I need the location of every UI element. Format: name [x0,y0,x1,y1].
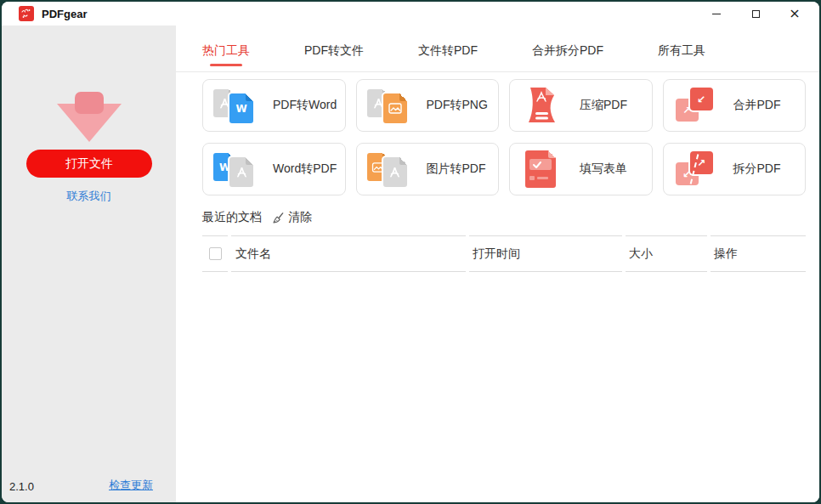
open-file-button[interactable]: 打开文件 [26,150,152,178]
clear-recent-button[interactable]: 清除 [272,210,312,225]
tool-card-merge-pdf[interactable]: ↗ ↙ 合并PDF [663,79,807,132]
column-header-open-time: 打开时间 [469,235,622,272]
tool-card-label: 图片转PDF [427,161,486,177]
recent-docs-title: 最近的文档 [202,210,262,225]
tool-card-pdf-to-png[interactable]: PDF转PNG [356,79,500,132]
tab-all-tools[interactable]: 所有工具 [658,43,705,71]
close-button[interactable]: × [775,2,814,25]
tab-file-to-pdf[interactable]: 文件转PDF [418,43,478,71]
minimize-icon [712,14,721,14]
main-panel: 热门工具 PDF转文件 文件转PDF 合并拆分PDF 所有工具 W [176,25,819,502]
check-update-link[interactable]: 检查更新 [109,478,153,493]
tool-tabs: 热门工具 PDF转文件 文件转PDF 合并拆分PDF 所有工具 [176,25,819,72]
download-arrow-icon [2,92,176,144]
image-to-pdf-icon [367,150,410,189]
minimize-button[interactable] [697,2,736,25]
fill-form-icon [520,150,563,189]
tool-card-word-to-pdf[interactable]: W Word转PDF [202,143,346,195]
tool-card-label: 拆分PDF [733,161,781,177]
pdf-to-word-icon: W [213,86,256,125]
tab-hot-tools[interactable]: 热门工具 [202,43,250,71]
tool-card-label: 压缩PDF [580,98,627,113]
window-controls: × [697,2,814,25]
column-header-size: 大小 [626,235,707,272]
compress-pdf-icon [520,86,563,125]
app-title: PDFgear [42,8,87,20]
tool-card-label: 合并PDF [733,98,781,113]
column-header-filename: 文件名 [231,235,466,272]
tool-card-image-to-pdf[interactable]: 图片转PDF [356,143,500,195]
tool-card-label: PDF转PNG [427,98,488,113]
maximize-icon [752,10,760,18]
merge-pdf-icon: ↗ ↙ [674,86,716,125]
split-pdf-icon: ↙ ↗ [674,150,716,189]
clear-recent-label: 清除 [288,210,312,225]
tool-card-pdf-to-word[interactable]: W PDF转Word [202,79,346,132]
tool-card-compress-pdf[interactable]: 压缩PDF [509,79,653,132]
app-window: PDFgear × 打开文件 联系我们 2.1.0 检查更新 热门工具 PDF转… [2,2,819,502]
tab-pdf-to-file[interactable]: PDF转文件 [304,43,364,71]
title-bar: PDFgear × [2,2,819,25]
broom-icon [272,212,285,224]
tool-card-label: 填写表单 [580,161,627,177]
recent-docs-row: 最近的文档 清除 [202,210,819,225]
sidebar: 打开文件 联系我们 2.1.0 检查更新 [2,25,176,502]
close-icon: × [789,7,800,20]
recent-docs-table-header: 文件名 打开时间 大小 操作 [202,235,806,272]
tool-card-label: Word转PDF [273,161,337,177]
tab-merge-split-pdf[interactable]: 合并拆分PDF [532,43,603,71]
tool-card-grid: W PDF转Word PDF转PNG [202,79,806,195]
tool-card-fill-form[interactable]: 填写表单 [509,143,653,195]
tool-card-label: PDF转Word [273,98,337,113]
word-to-pdf-icon: W [213,150,256,189]
pdf-to-png-icon [367,86,410,125]
tool-card-split-pdf[interactable]: ↙ ↗ 拆分PDF [663,143,807,195]
maximize-button[interactable] [736,2,775,25]
app-logo-icon [19,6,34,21]
contact-us-link[interactable]: 联系我们 [2,189,176,204]
select-all-checkbox[interactable] [209,247,222,260]
version-label: 2.1.0 [9,480,34,493]
column-header-action: 操作 [711,235,806,272]
